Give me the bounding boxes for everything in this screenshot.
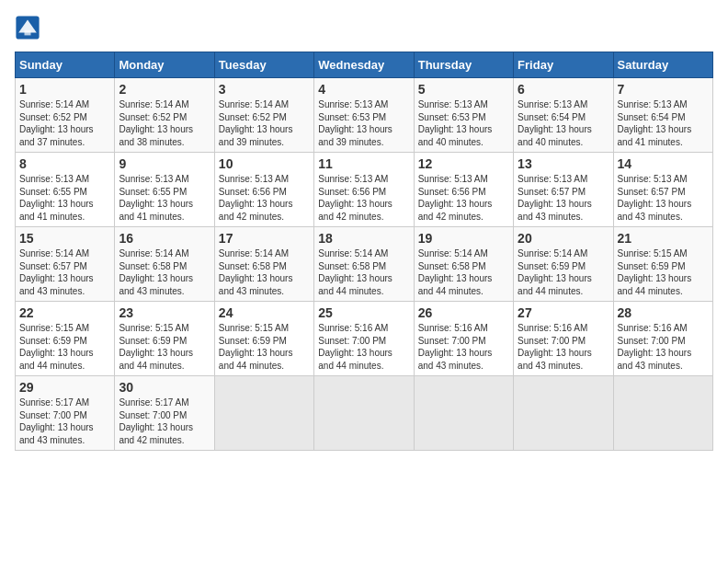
day-number: 17	[219, 231, 310, 246]
calendar-cell: 19Sunrise: 5:14 AMSunset: 6:58 PMDayligh…	[414, 227, 513, 302]
calendar-week-4: 22Sunrise: 5:15 AMSunset: 6:59 PMDayligh…	[16, 302, 713, 376]
day-info: Sunrise: 5:13 AMSunset: 6:57 PMDaylight:…	[618, 173, 709, 223]
day-number: 7	[618, 82, 709, 97]
calendar-cell: 21Sunrise: 5:15 AMSunset: 6:59 PMDayligh…	[613, 227, 712, 302]
calendar-header: SundayMondayTuesdayWednesdayThursdayFrid…	[16, 52, 713, 78]
day-number: 13	[518, 156, 609, 171]
calendar-cell: 2Sunrise: 5:14 AMSunset: 6:52 PMDaylight…	[115, 78, 214, 153]
day-info: Sunrise: 5:14 AMSunset: 6:59 PMDaylight:…	[518, 247, 609, 297]
weekday-header-row: SundayMondayTuesdayWednesdayThursdayFrid…	[16, 52, 713, 78]
calendar-cell: 1Sunrise: 5:14 AMSunset: 6:52 PMDaylight…	[16, 78, 115, 153]
day-info: Sunrise: 5:14 AMSunset: 6:52 PMDaylight:…	[219, 98, 310, 148]
calendar-cell: 28Sunrise: 5:16 AMSunset: 7:00 PMDayligh…	[613, 302, 712, 376]
day-number: 27	[518, 305, 609, 320]
logo-icon	[15, 15, 40, 40]
day-number: 12	[418, 156, 509, 171]
day-info: Sunrise: 5:13 AMSunset: 6:56 PMDaylight:…	[418, 173, 509, 223]
calendar-cell: 26Sunrise: 5:16 AMSunset: 7:00 PMDayligh…	[414, 302, 513, 376]
calendar-cell: 23Sunrise: 5:15 AMSunset: 6:59 PMDayligh…	[115, 302, 214, 376]
day-info: Sunrise: 5:13 AMSunset: 6:56 PMDaylight:…	[219, 173, 310, 223]
calendar-body: 1Sunrise: 5:14 AMSunset: 6:52 PMDaylight…	[16, 78, 713, 451]
day-info: Sunrise: 5:16 AMSunset: 7:00 PMDaylight:…	[518, 322, 609, 372]
day-info: Sunrise: 5:15 AMSunset: 6:59 PMDaylight:…	[19, 322, 110, 372]
calendar-week-3: 15Sunrise: 5:14 AMSunset: 6:57 PMDayligh…	[16, 227, 713, 302]
day-number: 26	[418, 305, 509, 320]
day-info: Sunrise: 5:13 AMSunset: 6:53 PMDaylight:…	[318, 98, 409, 148]
day-info: Sunrise: 5:14 AMSunset: 6:58 PMDaylight:…	[318, 247, 409, 297]
day-info: Sunrise: 5:16 AMSunset: 7:00 PMDaylight:…	[618, 322, 709, 372]
calendar-cell: 3Sunrise: 5:14 AMSunset: 6:52 PMDaylight…	[214, 78, 313, 153]
day-number: 25	[318, 305, 409, 320]
day-number: 9	[119, 156, 210, 171]
calendar-cell: 7Sunrise: 5:13 AMSunset: 6:54 PMDaylight…	[613, 78, 712, 153]
calendar-cell: 6Sunrise: 5:13 AMSunset: 6:54 PMDaylight…	[514, 78, 613, 153]
calendar-cell: 18Sunrise: 5:14 AMSunset: 6:58 PMDayligh…	[314, 227, 414, 302]
weekday-header-wednesday: Wednesday	[314, 52, 414, 78]
day-info: Sunrise: 5:14 AMSunset: 6:58 PMDaylight:…	[219, 247, 310, 297]
calendar-week-2: 8Sunrise: 5:13 AMSunset: 6:55 PMDaylight…	[16, 153, 713, 227]
day-info: Sunrise: 5:13 AMSunset: 6:53 PMDaylight:…	[418, 98, 509, 148]
calendar-cell: 8Sunrise: 5:13 AMSunset: 6:55 PMDaylight…	[16, 153, 115, 227]
day-info: Sunrise: 5:17 AMSunset: 7:00 PMDaylight:…	[119, 396, 210, 446]
day-number: 14	[618, 156, 709, 171]
calendar-cell: 30Sunrise: 5:17 AMSunset: 7:00 PMDayligh…	[115, 376, 214, 451]
day-info: Sunrise: 5:14 AMSunset: 6:52 PMDaylight:…	[19, 98, 110, 148]
weekday-header-tuesday: Tuesday	[214, 52, 313, 78]
day-number: 20	[518, 231, 609, 246]
day-info: Sunrise: 5:15 AMSunset: 6:59 PMDaylight:…	[119, 322, 210, 372]
calendar-cell	[514, 376, 613, 451]
calendar-cell: 12Sunrise: 5:13 AMSunset: 6:56 PMDayligh…	[414, 153, 513, 227]
day-number: 28	[618, 305, 709, 320]
calendar-cell: 22Sunrise: 5:15 AMSunset: 6:59 PMDayligh…	[16, 302, 115, 376]
calendar-cell: 24Sunrise: 5:15 AMSunset: 6:59 PMDayligh…	[214, 302, 313, 376]
day-number: 24	[219, 305, 310, 320]
day-info: Sunrise: 5:13 AMSunset: 6:55 PMDaylight:…	[19, 173, 110, 223]
day-number: 8	[19, 156, 110, 171]
calendar-cell	[314, 376, 414, 451]
calendar-cell: 5Sunrise: 5:13 AMSunset: 6:53 PMDaylight…	[414, 78, 513, 153]
calendar-cell: 15Sunrise: 5:14 AMSunset: 6:57 PMDayligh…	[16, 227, 115, 302]
day-number: 3	[219, 82, 310, 97]
day-number: 22	[19, 305, 110, 320]
calendar-cell: 20Sunrise: 5:14 AMSunset: 6:59 PMDayligh…	[514, 227, 613, 302]
day-info: Sunrise: 5:17 AMSunset: 7:00 PMDaylight:…	[19, 396, 110, 446]
day-number: 29	[19, 380, 110, 395]
calendar-week-1: 1Sunrise: 5:14 AMSunset: 6:52 PMDaylight…	[16, 78, 713, 153]
calendar-week-5: 29Sunrise: 5:17 AMSunset: 7:00 PMDayligh…	[16, 376, 713, 451]
day-info: Sunrise: 5:16 AMSunset: 7:00 PMDaylight:…	[418, 322, 509, 372]
day-number: 11	[318, 156, 409, 171]
day-number: 2	[119, 82, 210, 97]
calendar-cell	[414, 376, 513, 451]
day-info: Sunrise: 5:13 AMSunset: 6:56 PMDaylight:…	[318, 173, 409, 223]
calendar-cell: 10Sunrise: 5:13 AMSunset: 6:56 PMDayligh…	[214, 153, 313, 227]
day-info: Sunrise: 5:13 AMSunset: 6:54 PMDaylight:…	[518, 98, 609, 148]
calendar-cell: 4Sunrise: 5:13 AMSunset: 6:53 PMDaylight…	[314, 78, 414, 153]
day-info: Sunrise: 5:14 AMSunset: 6:57 PMDaylight:…	[19, 247, 110, 297]
calendar-cell: 13Sunrise: 5:13 AMSunset: 6:57 PMDayligh…	[514, 153, 613, 227]
day-info: Sunrise: 5:15 AMSunset: 6:59 PMDaylight:…	[219, 322, 310, 372]
weekday-header-sunday: Sunday	[16, 52, 115, 78]
calendar-cell: 27Sunrise: 5:16 AMSunset: 7:00 PMDayligh…	[514, 302, 613, 376]
calendar-cell	[214, 376, 313, 451]
header	[15, 15, 713, 40]
day-info: Sunrise: 5:13 AMSunset: 6:57 PMDaylight:…	[518, 173, 609, 223]
weekday-header-thursday: Thursday	[414, 52, 513, 78]
logo	[15, 15, 44, 40]
weekday-header-saturday: Saturday	[613, 52, 712, 78]
day-info: Sunrise: 5:14 AMSunset: 6:52 PMDaylight:…	[119, 98, 210, 148]
day-info: Sunrise: 5:14 AMSunset: 6:58 PMDaylight:…	[119, 247, 210, 297]
calendar-cell: 14Sunrise: 5:13 AMSunset: 6:57 PMDayligh…	[613, 153, 712, 227]
calendar-cell: 17Sunrise: 5:14 AMSunset: 6:58 PMDayligh…	[214, 227, 313, 302]
calendar-table: SundayMondayTuesdayWednesdayThursdayFrid…	[15, 52, 713, 451]
day-info: Sunrise: 5:13 AMSunset: 6:55 PMDaylight:…	[119, 173, 210, 223]
day-number: 6	[518, 82, 609, 97]
day-number: 30	[119, 380, 210, 395]
day-number: 19	[418, 231, 509, 246]
calendar-cell: 29Sunrise: 5:17 AMSunset: 7:00 PMDayligh…	[16, 376, 115, 451]
day-info: Sunrise: 5:15 AMSunset: 6:59 PMDaylight:…	[618, 247, 709, 297]
day-info: Sunrise: 5:14 AMSunset: 6:58 PMDaylight:…	[418, 247, 509, 297]
day-number: 18	[318, 231, 409, 246]
day-number: 16	[119, 231, 210, 246]
day-info: Sunrise: 5:13 AMSunset: 6:54 PMDaylight:…	[618, 98, 709, 148]
svg-rect-2	[25, 30, 31, 36]
